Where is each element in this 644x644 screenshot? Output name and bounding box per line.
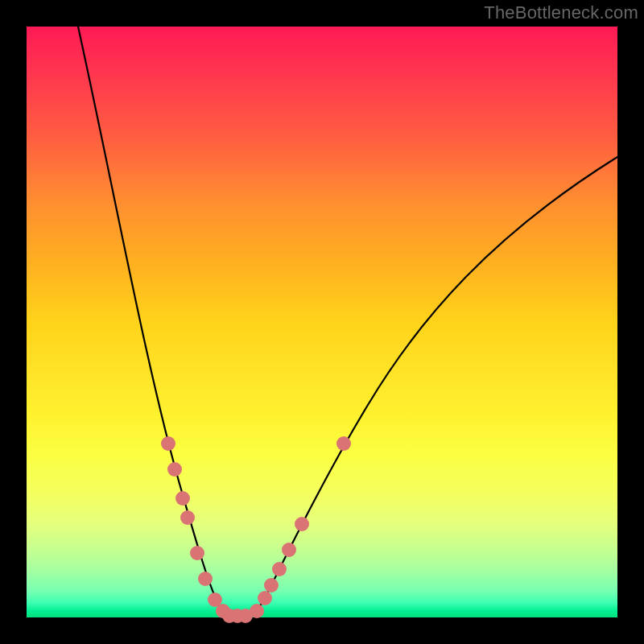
v-curve-line [78,27,617,617]
data-dot [258,591,272,605]
data-dot [282,543,296,557]
data-dot [336,436,351,451]
data-dot [250,604,264,618]
data-dots [161,436,351,623]
data-dot [295,517,309,531]
data-dot [180,510,195,525]
data-dot [198,572,213,586]
data-dot [161,436,175,451]
chart-svg [27,27,617,617]
data-dot [175,491,190,506]
watermark-text: TheBottleneck.com [484,2,638,23]
data-dot [190,546,204,560]
data-dot [167,462,182,477]
chart-frame: TheBottleneck.com [0,0,644,644]
data-dot [272,562,287,576]
data-dot [264,578,279,592]
